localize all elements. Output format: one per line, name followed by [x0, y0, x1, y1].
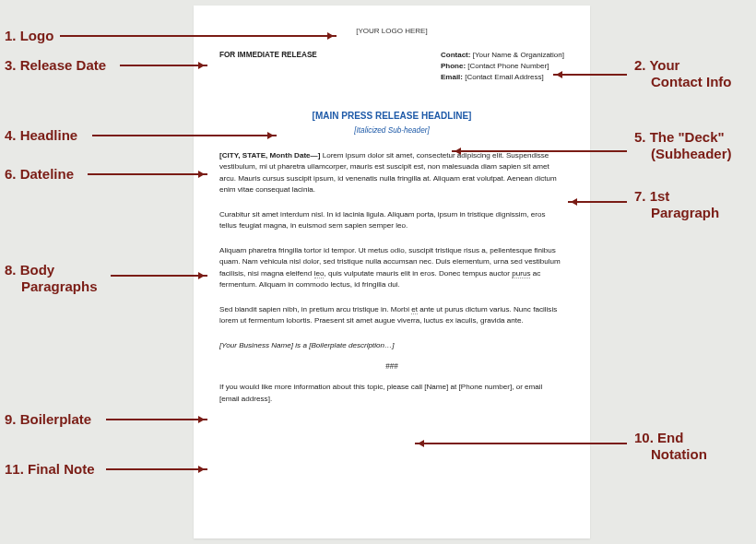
label-deck-a: 5. The "Deck"	[634, 129, 725, 145]
arrow-icon	[553, 74, 627, 76]
label-deck-b: (Subheader)	[634, 146, 732, 162]
p4-a: Sed blandit sapien nibh, in pretium arcu…	[219, 305, 411, 313]
p3-d: purus	[512, 269, 530, 278]
label-headline: 4. Headline	[5, 127, 77, 144]
label-boilerplate: 9. Boilerplate	[5, 411, 91, 428]
email-line: Email: [Contact Email Address]	[441, 72, 564, 83]
press-release-document: [YOUR LOGO HERE] FOR IMMEDIATE RELEASE C…	[194, 6, 590, 538]
top-row: FOR IMMEDIATE RELEASE Contact: [Your Nam…	[219, 50, 564, 83]
release-date: FOR IMMEDIATE RELEASE	[219, 50, 317, 62]
arrow-icon	[88, 173, 207, 175]
label-contact-info: 2. Your Contact Info	[634, 57, 732, 90]
arrow-icon	[92, 135, 277, 136]
arrow-icon	[106, 468, 207, 470]
end-notation: ###	[219, 361, 564, 373]
email-value: [Contact Email Address]	[463, 73, 544, 81]
headline: [MAIN PRESS RELEASE HEADLINE]	[219, 109, 564, 124]
email-label: Email:	[441, 73, 463, 81]
p3-b: leo	[314, 269, 325, 278]
arrow-icon	[568, 201, 627, 203]
label-p1-a: 7. 1st	[634, 188, 669, 204]
label-contact-a: 2. Your	[634, 57, 679, 73]
phone-label: Phone:	[441, 62, 466, 70]
label-dateline: 6. Dateline	[5, 166, 74, 183]
paragraph-2: Curabitur sit amet interdum nisl. In id …	[219, 209, 564, 232]
label-body-a: 8. Body	[5, 262, 54, 278]
arrow-icon	[452, 150, 627, 152]
label-end-b: Notation	[634, 446, 707, 463]
p3-c: , quis vulputate mauris elit in eros. Do…	[324, 269, 512, 278]
phone-value: [Contact Phone Number]	[466, 62, 549, 70]
arrow-icon	[106, 419, 207, 420]
paragraph-3: Aliquam pharetra fringilla tortor id tem…	[219, 245, 564, 291]
label-body-paragraphs: 8. Body Paragraphs	[5, 262, 98, 295]
label-contact-b: Contact Info	[634, 74, 732, 90]
final-note: If you would like more information about…	[219, 382, 564, 405]
arrow-icon	[415, 443, 627, 444]
contact-line: Contact: [Your Name & Organization]	[441, 50, 564, 61]
phone-line: Phone: [Contact Phone Number]	[441, 61, 564, 72]
label-final-note: 11. Final Note	[5, 461, 95, 478]
label-release-date: 3. Release Date	[5, 57, 106, 74]
arrow-icon	[111, 275, 207, 277]
label-deck: 5. The "Deck" (Subheader)	[634, 129, 732, 162]
label-end-a: 10. End	[634, 430, 683, 445]
label-p1-b: Paragraph	[634, 205, 719, 221]
paragraph-1: [CITY, STATE, Month Date—] Lorem ipsum d…	[219, 150, 564, 196]
paragraph-4: Sed blandit sapien nibh, in pretium arcu…	[219, 304, 564, 327]
contact-label: Contact:	[441, 51, 470, 59]
dateline: [CITY, STATE, Month Date—]	[219, 151, 320, 160]
contact-value: [Your Name & Organization]	[470, 51, 564, 59]
arrow-icon	[120, 65, 207, 66]
boilerplate: [Your Business Name] is a [Boilerplate d…	[219, 340, 564, 352]
label-first-paragraph: 7. 1st Paragraph	[634, 188, 719, 221]
label-logo: 1. Logo	[5, 28, 53, 44]
label-end-notation: 10. End Notation	[634, 430, 707, 463]
label-body-b: Paragraphs	[5, 278, 98, 295]
contact-block: Contact: [Your Name & Organization] Phon…	[441, 50, 564, 83]
arrow-icon	[60, 35, 337, 37]
